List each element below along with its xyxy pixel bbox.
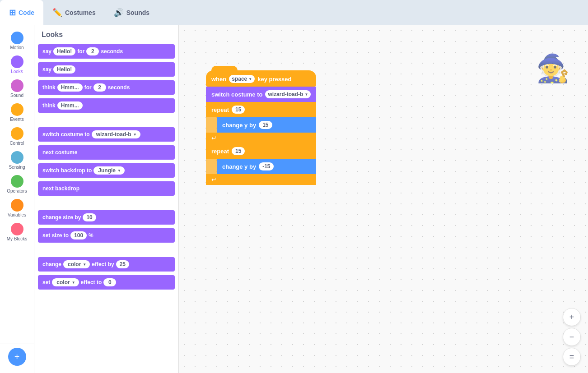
- block-think-for-seconds[interactable]: think Hmm... for 2 seconds: [38, 80, 175, 95]
- repeat-top-2[interactable]: repeat 15: [206, 143, 316, 159]
- sidebar-item-operators-label: Operators: [7, 189, 27, 193]
- block-think[interactable]: think Hmm...: [38, 98, 175, 113]
- repeat-block-1: repeat 15 change y by 15 ↵: [206, 102, 316, 143]
- events-dot: [11, 103, 23, 116]
- event-hat-block[interactable]: when space ▼ key pressed: [206, 70, 316, 87]
- repeat-body-1: change y by 15: [206, 117, 316, 133]
- repeat-arrow-2: ↵: [211, 176, 217, 183]
- main-area: Motion Looks Sound Events Control Sensin…: [0, 25, 588, 373]
- blocks-palette: Looks say Hello! for 2 seconds say Hello…: [34, 25, 179, 373]
- sprite-icon: 🧙: [536, 52, 570, 84]
- sounds-icon: 🔊: [114, 8, 124, 18]
- sidebar-item-variables-label: Variables: [8, 212, 26, 217]
- sidebar-item-sound[interactable]: Sound: [0, 77, 34, 101]
- tab-sounds[interactable]: 🔊 Sounds: [105, 0, 159, 25]
- sidebar-item-sound-label: Sound: [10, 93, 23, 98]
- sidebar-item-sensing-label: Sensing: [9, 165, 25, 170]
- repeat-value-1: 15: [232, 106, 245, 114]
- myblocks-dot: [11, 223, 23, 235]
- sound-dot: [11, 79, 23, 92]
- key-dropdown-arrow: ▼: [248, 77, 252, 81]
- sidebar-item-variables[interactable]: Variables: [0, 196, 34, 220]
- repeat-value-2: 15: [232, 147, 245, 155]
- sidebar-item-myblocks[interactable]: My Blocks: [0, 220, 34, 244]
- zoom-out-icon: −: [569, 332, 574, 342]
- block-switch-backdrop[interactable]: switch backdrop to Jungle ▼: [38, 163, 175, 178]
- repeat-bottom-1: ↵: [206, 133, 316, 143]
- repeat-left-2: [206, 159, 217, 174]
- sidebar-item-control-label: Control: [9, 141, 24, 146]
- sidebar-item-events[interactable]: Events: [0, 101, 34, 124]
- zoom-reset-button[interactable]: =: [563, 348, 581, 366]
- block-set-size[interactable]: set size to 100 %: [38, 228, 175, 243]
- canvas: 🧙 when space ▼ key pressed switch costum…: [179, 25, 588, 373]
- when-label: when: [211, 76, 226, 83]
- sidebar-item-events-label: Events: [10, 117, 24, 122]
- variables-dot: [11, 199, 23, 212]
- block-set-effect[interactable]: set color ▼ effect to 0: [38, 275, 175, 290]
- repeat-top-1[interactable]: repeat 15: [206, 102, 316, 117]
- sidebar-item-looks-label: Looks: [11, 69, 23, 74]
- tab-costumes[interactable]: ✏️ Costumes: [43, 0, 105, 25]
- block-say[interactable]: say Hello!: [38, 62, 175, 77]
- repeat-inner-1: change y by 15: [217, 117, 316, 133]
- motion-dot: [11, 32, 23, 44]
- script-container: when space ▼ key pressed switch costume …: [206, 70, 316, 185]
- costume-dropdown[interactable]: wizard-toad-b ▼: [265, 90, 311, 98]
- zoom-reset-icon: =: [569, 352, 574, 362]
- sidebar: Motion Looks Sound Events Control Sensin…: [0, 25, 34, 373]
- palette-blocks: say Hello! for 2 seconds say Hello! thin…: [34, 42, 178, 373]
- change-y-block-1[interactable]: change y by 15: [217, 117, 316, 133]
- tab-code[interactable]: ⊞ Code: [0, 0, 43, 25]
- zoom-out-button[interactable]: −: [563, 328, 581, 346]
- sidebar-item-looks[interactable]: Looks: [0, 53, 34, 77]
- change-y-block-2[interactable]: change y by -15: [217, 159, 316, 174]
- change-y-value-1: 15: [259, 121, 272, 129]
- sidebar-item-motion-label: Motion: [10, 45, 23, 50]
- block-change-size[interactable]: change size by 10: [38, 210, 175, 225]
- repeat-arrow-1: ↵: [211, 134, 217, 142]
- sensing-dot: [11, 151, 23, 164]
- top-bar: ⊞ Code ✏️ Costumes 🔊 Sounds: [0, 0, 588, 25]
- block-next-backdrop[interactable]: next backdrop: [38, 181, 175, 196]
- block-next-costume[interactable]: next costume: [38, 145, 175, 160]
- repeat-left-1: [206, 117, 217, 133]
- sidebar-item-motion[interactable]: Motion: [0, 29, 34, 53]
- block-switch-costume[interactable]: switch costume to wizard-toad-b ▼: [38, 127, 175, 142]
- block-say-for-seconds[interactable]: say Hello! for 2 seconds: [38, 44, 175, 59]
- canvas-switch-costume-block[interactable]: switch costume to wizard-toad-b ▼: [206, 87, 316, 102]
- sidebar-bottom: +: [0, 344, 34, 369]
- zoom-controls: + − =: [563, 308, 581, 366]
- code-icon: ⊞: [9, 8, 16, 18]
- looks-dot: [11, 55, 23, 68]
- repeat-body-2: change y by -15: [206, 159, 316, 174]
- key-dropdown[interactable]: space ▼: [229, 75, 255, 83]
- tab-code-label: Code: [19, 9, 34, 16]
- key-pressed-label: key pressed: [257, 76, 291, 83]
- palette-header: Looks: [34, 25, 178, 42]
- sidebar-item-myblocks-label: My Blocks: [7, 236, 28, 241]
- repeat-inner-2: change y by -15: [217, 159, 316, 174]
- costumes-icon: ✏️: [52, 8, 62, 18]
- hat-block-wrapper: when space ▼ key pressed: [206, 70, 316, 87]
- zoom-in-icon: +: [569, 313, 574, 322]
- operators-dot: [11, 175, 23, 188]
- zoom-in-button[interactable]: +: [563, 308, 581, 326]
- sidebar-item-sensing[interactable]: Sensing: [0, 148, 34, 172]
- repeat-bottom-2: ↵: [206, 174, 316, 185]
- tab-costumes-label: Costumes: [65, 9, 96, 16]
- add-extension-button[interactable]: +: [8, 348, 26, 366]
- change-y-value-2: -15: [259, 162, 274, 170]
- block-change-effect[interactable]: change color ▼ effect by 25: [38, 257, 175, 272]
- sidebar-item-operators[interactable]: Operators: [0, 172, 34, 196]
- control-dot: [11, 127, 23, 140]
- tab-sounds-label: Sounds: [126, 9, 149, 16]
- repeat-block-2: repeat 15 change y by -15 ↵: [206, 143, 316, 185]
- sidebar-item-control[interactable]: Control: [0, 124, 34, 148]
